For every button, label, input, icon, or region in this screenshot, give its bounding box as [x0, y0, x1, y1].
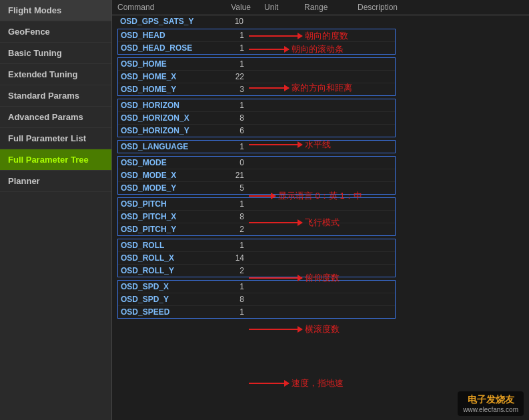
col-header-range: Range [304, 3, 358, 12]
arrow-line [249, 277, 302, 279]
table-row[interactable]: OSD_SPEED 1 [118, 306, 395, 318]
param-value: 1 [221, 31, 257, 40]
param-value: 1 [221, 142, 257, 151]
watermark-logo: 电子发烧友 [468, 394, 514, 406]
param-value: 0 [221, 158, 257, 167]
param-name: OSD_HORIZON_X [121, 113, 221, 123]
table-body[interactable]: OSD_GPS_SATS_Y 10 OSD_HEAD 1 OSD_HEAD_RO… [112, 15, 529, 420]
param-value: 14 [221, 253, 257, 263]
param-value: 2 [221, 225, 257, 234]
param-value: 1 [221, 43, 257, 53]
param-value: 8 [221, 113, 257, 123]
param-value: 1 [221, 241, 257, 250]
main-content: Command Value Unit Range Description OSD… [112, 0, 529, 420]
table-row[interactable]: OSD_HOME_X 22 [118, 71, 395, 83]
table-row[interactable]: OSD_HORIZON_X 8 [118, 112, 395, 125]
param-name: OSD_ROLL_X [121, 253, 221, 263]
param-name: OSD_SPD_X [121, 282, 221, 291]
sidebar-item-basic-tuning[interactable]: Basic Tuning [0, 43, 111, 64]
param-name: OSD_LANGUAGE [121, 142, 221, 151]
sidebar-item-extended-tuning[interactable]: Extended Tuning [0, 64, 111, 85]
sidebar-item-planner[interactable]: Planner [0, 171, 111, 192]
param-value: 1 [221, 199, 257, 209]
param-group-horizon-group: OSD_HORIZON 1 OSD_HORIZON_X 8 OSD_HORIZO… [117, 99, 396, 137]
param-group-roll-group: OSD_ROLL 1 OSD_ROLL_X 14 OSD_ROLL_Y 2 [117, 239, 396, 277]
table-header: Command Value Unit Range Description [112, 0, 529, 15]
watermark-url: www.elecfans.com [463, 406, 518, 413]
table-row[interactable]: OSD_HORIZON 1 [118, 99, 395, 112]
table-row[interactable]: OSD_HORIZON_Y 6 [118, 125, 395, 137]
sidebar-item-full-param-list[interactable]: Full Parameter List [0, 128, 111, 149]
param-group-spd-group: OSD_SPD_X 1 OSD_SPD_Y 8 OSD_SPEED 1 [117, 280, 396, 319]
param-name: OSD_HEAD_ROSE [121, 43, 221, 53]
sidebar-item-geofence[interactable]: GeoFence [0, 21, 111, 43]
param-name: OSD_SPEED [121, 307, 221, 317]
table-row[interactable]: OSD_PITCH 1 [118, 198, 395, 211]
param-name: OSD_MODE [121, 158, 221, 167]
param-value: 1 [221, 101, 257, 110]
param-name: OSD_HEAD [121, 31, 221, 40]
arrow-line [249, 329, 302, 330]
param-group-home-group: OSD_HOME 1 OSD_HOME_X 22 OSD_HOME_Y 3 [117, 57, 396, 96]
param-name: OSD_SPD_Y [121, 295, 221, 304]
annotation-text: 速度，指地速 [292, 377, 344, 389]
table-row[interactable]: OSD_PITCH_X 8 [118, 211, 395, 223]
sidebar: Flight ModesGeoFenceBasic TuningExtended… [0, 0, 112, 420]
param-name: OSD_HOME_X [121, 72, 221, 81]
annotation: 横滚度数 [249, 323, 340, 335]
param-name: OSD_MODE_Y [121, 183, 221, 193]
param-name: OSD_HORIZON_Y [121, 126, 221, 135]
table-row[interactable]: OSD_MODE_Y 5 [118, 182, 395, 194]
param-value: 1 [221, 282, 257, 291]
param-value: 8 [221, 295, 257, 304]
param-group-pitch-group: OSD_PITCH 1 OSD_PITCH_X 8 OSD_PITCH_Y 2 [117, 197, 396, 236]
param-name: OSD_GPS_SATS_Y [120, 17, 220, 26]
param-name: OSD_HOME_Y [121, 85, 221, 94]
param-name: OSD_PITCH_X [121, 212, 221, 221]
col-header-unit: Unit [264, 3, 304, 12]
arrow-line [249, 383, 289, 384]
param-value: 1 [221, 307, 257, 317]
param-value: 3 [221, 85, 257, 94]
sidebar-item-full-param-tree[interactable]: Full Parameter Tree [0, 149, 111, 171]
param-name: OSD_HORIZON [121, 101, 221, 110]
table-row[interactable]: OSD_SPD_X 1 [118, 281, 395, 293]
sidebar-item-standard-params[interactable]: Standard Params [0, 85, 111, 107]
table-row[interactable]: OSD_PITCH_Y 2 [118, 223, 395, 235]
param-value: 21 [221, 171, 257, 180]
param-value: 1 [221, 59, 257, 69]
param-value: 22 [221, 72, 257, 81]
table-row[interactable]: OSD_HEAD 1 [118, 29, 395, 42]
table-row[interactable]: OSD_HOME 1 [118, 58, 395, 71]
sidebar-item-flight-modes[interactable]: Flight Modes [0, 0, 111, 21]
arrow-line [249, 195, 276, 197]
param-value: 8 [221, 212, 257, 221]
param-name: OSD_HOME [121, 59, 221, 69]
annotation: 速度，指地速 [249, 377, 344, 389]
col-header-command: Command [117, 3, 224, 12]
param-value: 10 [220, 17, 257, 26]
annotation-text: 横滚度数 [305, 323, 340, 335]
param-group-mode-group: OSD_MODE 0 OSD_MODE_X 21 OSD_MODE_Y 5 [117, 156, 396, 195]
sidebar-item-advanced-params[interactable]: Advanced Params [0, 107, 111, 128]
param-name: OSD_PITCH [121, 199, 221, 209]
watermark: 电子发烧友 www.elecfans.com [458, 391, 524, 416]
table-row[interactable]: OSD_ROLL_Y 2 [118, 265, 395, 277]
standalone-row: OSD_GPS_SATS_Y 10 [117, 15, 529, 27]
param-value: 6 [221, 126, 257, 135]
param-group-head-group: OSD_HEAD 1 OSD_HEAD_ROSE 1 [117, 29, 396, 55]
table-row[interactable]: OSD_MODE 0 [118, 157, 395, 169]
param-name: OSD_ROLL_Y [121, 266, 221, 275]
table-row[interactable]: OSD_ROLL 1 [118, 239, 395, 252]
table-row[interactable]: OSD_HOME_Y 3 [118, 83, 395, 95]
col-header-desc: Description [358, 3, 529, 12]
table-row[interactable]: OSD_HEAD_ROSE 1 [118, 42, 395, 54]
table-row[interactable]: OSD_MODE_X 21 [118, 169, 395, 182]
param-name: OSD_MODE_X [121, 171, 221, 180]
col-header-value: Value [224, 3, 264, 12]
table-row[interactable]: OSD_LANGUAGE 1 [118, 141, 395, 153]
param-group-language-group: OSD_LANGUAGE 1 [117, 140, 396, 153]
param-value: 5 [221, 183, 257, 193]
table-row[interactable]: OSD_SPD_Y 8 [118, 293, 395, 306]
table-row[interactable]: OSD_ROLL_X 14 [118, 252, 395, 265]
